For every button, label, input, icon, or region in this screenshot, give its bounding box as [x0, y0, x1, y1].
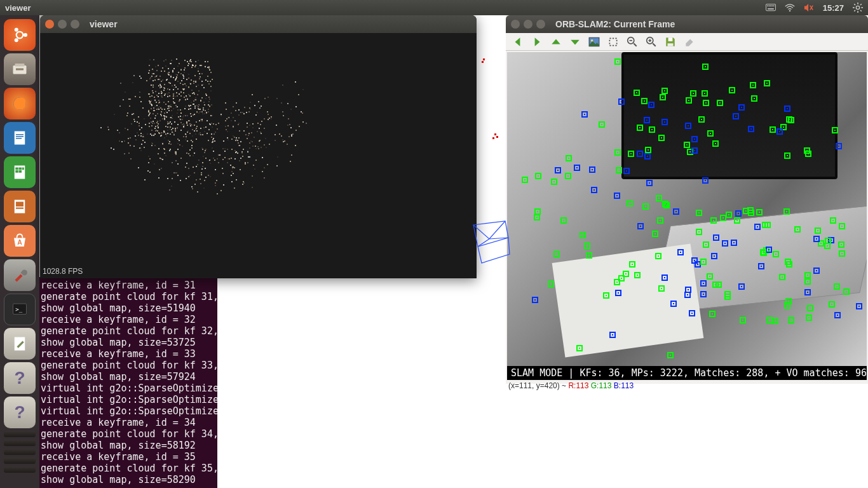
help-icon[interactable]: ?: [4, 362, 36, 394]
svg-rect-36: [16, 202, 24, 207]
dash-icon[interactable]: [4, 19, 36, 51]
feature-marker-new: [686, 97, 692, 104]
feature-marker-new: [629, 261, 635, 268]
launcher-stack-icon[interactable]: [4, 431, 36, 437]
terminal-output[interactable]: receive a keyframe, id = 31 generate poi…: [39, 277, 217, 488]
viewer-3d-canvas[interactable]: 1028.8 FPS: [40, 33, 477, 278]
arrow-left-icon[interactable]: [512, 36, 524, 48]
text-editor-icon[interactable]: [4, 328, 36, 360]
slam-title: ORB-SLAM2: Current Frame: [555, 19, 675, 29]
feature-marker-tracked: [591, 187, 597, 193]
feature-marker-new: [560, 217, 567, 224]
save-icon[interactable]: [665, 36, 676, 48]
feature-marker-new: [603, 292, 609, 299]
help-icon[interactable]: ?: [4, 396, 36, 428]
slam-frame-image[interactable]: [507, 52, 867, 380]
svg-point-20: [15, 38, 18, 42]
feature-marker-new: [565, 173, 571, 179]
svg-rect-32: [22, 168, 24, 170]
feature-marker-new: [586, 252, 592, 259]
feature-marker-new: [584, 243, 590, 249]
svg-line-15: [854, 10, 855, 11]
crop-icon[interactable]: [607, 36, 619, 48]
feature-marker-tracked: [673, 208, 679, 215]
minimize-button[interactable]: [524, 20, 532, 29]
feature-marker-new: [750, 82, 756, 88]
wifi-indicator-icon[interactable]: [785, 3, 795, 13]
feature-marker-new: [663, 202, 670, 208]
launcher-stack-icon[interactable]: [4, 440, 36, 446]
feature-marker-new: [760, 249, 766, 255]
feature-marker-tracked: [670, 301, 677, 307]
viewer-window[interactable]: viewer 1028.8 FPS: [40, 15, 477, 278]
arrow-up-icon[interactable]: [550, 36, 562, 48]
minimize-button[interactable]: [58, 20, 67, 29]
feature-marker-tracked: [555, 167, 561, 173]
terminal-icon[interactable]: >_: [4, 294, 36, 325]
feature-marker-tracked: [733, 113, 739, 119]
scene-paper: [552, 243, 704, 357]
feature-marker-new: [655, 253, 661, 259]
feature-marker-new: [627, 200, 633, 207]
feature-marker-tracked: [685, 123, 691, 129]
viewer-titlebar[interactable]: viewer: [40, 15, 477, 33]
svg-rect-26: [16, 134, 24, 135]
system-gear-icon[interactable]: [853, 3, 863, 13]
svg-rect-44: [609, 38, 616, 45]
writer-icon[interactable]: [4, 122, 36, 154]
zoom-out-icon[interactable]: [627, 36, 638, 48]
feature-marker-new: [785, 298, 792, 304]
files-icon[interactable]: [4, 53, 36, 85]
feature-marker-new: [652, 231, 658, 237]
feature-marker-new: [696, 210, 702, 216]
keyboard-indicator-icon[interactable]: [766, 3, 776, 13]
impress-icon[interactable]: [4, 191, 36, 222]
image-icon[interactable]: [588, 36, 600, 48]
svg-point-43: [591, 39, 593, 41]
feature-marker-tracked: [754, 224, 761, 230]
clock-indicator[interactable]: 15:27: [823, 3, 844, 13]
launcher-stack-icon[interactable]: [4, 458, 36, 464]
close-button[interactable]: [511, 20, 520, 29]
feature-marker-new: [712, 140, 719, 147]
volume-mute-indicator-icon[interactable]: [804, 3, 814, 13]
slam-window[interactable]: ORB-SLAM2: Current Frame SLAM MODE | KFs…: [506, 15, 868, 384]
map-point: [483, 58, 485, 60]
svg-rect-28: [16, 138, 22, 139]
feature-marker-tracked: [813, 236, 820, 242]
feature-marker-new: [580, 232, 586, 238]
slam-titlebar[interactable]: ORB-SLAM2: Current Frame: [506, 15, 868, 33]
svg-rect-53: [668, 43, 674, 46]
slam-pixel-readout: (x=111, y=420) ~ R:113 G:113 B:113: [508, 381, 634, 393]
map-point: [496, 136, 498, 138]
scene-monitor: [621, 52, 837, 179]
launcher-stack-icon[interactable]: [4, 466, 36, 473]
svg-rect-5: [773, 6, 775, 7]
svg-line-51: [653, 43, 656, 46]
zoom-in-icon[interactable]: [646, 36, 657, 48]
feature-marker-new: [551, 179, 557, 185]
svg-line-13: [854, 4, 855, 5]
feature-marker-new: [614, 58, 621, 65]
maximize-button[interactable]: [71, 20, 79, 29]
feature-marker-new: [784, 152, 790, 159]
feature-marker-new: [661, 88, 668, 94]
arrow-down-icon[interactable]: [569, 36, 581, 48]
software-center-icon[interactable]: A: [4, 225, 36, 257]
settings-tool-icon[interactable]: [4, 259, 36, 291]
arrow-right-icon[interactable]: [531, 36, 543, 48]
feature-marker-tracked: [589, 166, 595, 173]
feature-marker-new: [690, 90, 696, 97]
map-point: [494, 133, 496, 135]
feature-marker-new: [700, 259, 707, 265]
maximize-button[interactable]: [536, 20, 545, 29]
calc-icon[interactable]: [4, 156, 36, 188]
firefox-icon[interactable]: [4, 88, 36, 119]
feature-marker-new: [815, 227, 821, 234]
slam-status-bar: SLAM MODE | KFs: 36, MPs: 3222, Matches:…: [507, 366, 867, 380]
close-button[interactable]: [45, 20, 54, 29]
feature-marker-new: [599, 121, 605, 128]
clear-icon[interactable]: [684, 36, 695, 48]
feature-marker-new: [616, 167, 622, 173]
launcher-stack-icon[interactable]: [4, 449, 36, 455]
